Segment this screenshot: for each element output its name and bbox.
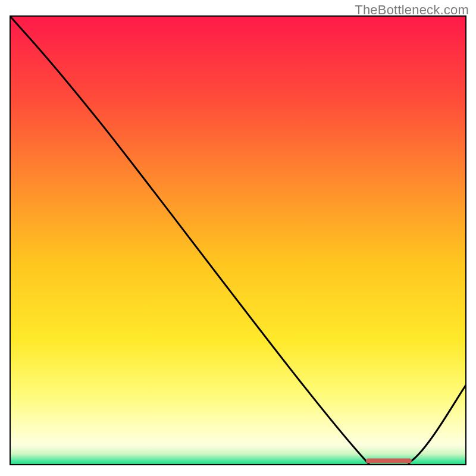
heatmap-background <box>10 15 466 465</box>
chart-svg <box>10 15 466 465</box>
chart-container: TheBottleneck.com <box>0 0 476 476</box>
plot-area <box>10 15 466 465</box>
optimum-marker <box>366 458 412 463</box>
